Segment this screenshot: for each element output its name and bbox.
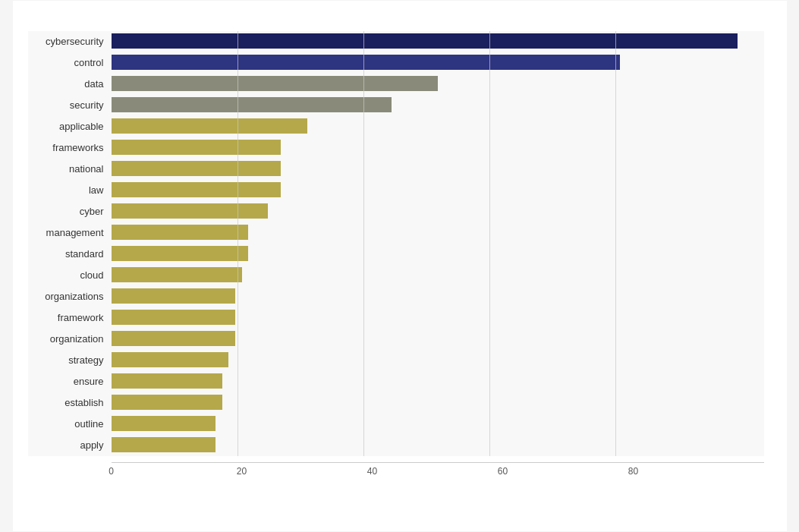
bar-track: [112, 244, 764, 263]
bar-row: frameworks: [28, 137, 764, 157]
bar-track: [112, 52, 764, 72]
bar-track: [112, 435, 764, 455]
bar-fill: [112, 267, 242, 282]
bar-track: [112, 31, 764, 51]
bar-row: security: [28, 95, 764, 115]
bar-label: establish: [28, 397, 112, 408]
bar-fill: [112, 225, 249, 240]
bar-row: data: [28, 74, 764, 93]
bar-fill: [112, 352, 229, 367]
bar-label: strategy: [28, 354, 112, 366]
bar-row: framework: [28, 307, 764, 327]
bar-fill: [112, 97, 392, 112]
bar-fill: [112, 161, 282, 176]
x-tick: 20: [237, 466, 247, 477]
bar-label: outline: [28, 418, 112, 430]
bar-label: organization: [28, 333, 112, 345]
x-axis: 020406080: [112, 462, 764, 481]
x-tick: 40: [367, 466, 377, 477]
bar-row: strategy: [28, 350, 764, 370]
bar-label: standard: [28, 248, 112, 260]
bar-track: [112, 265, 764, 285]
bar-label: applicable: [28, 121, 112, 132]
bar-label: frameworks: [28, 142, 112, 153]
bar-row: law: [28, 180, 764, 200]
bar-fill: [112, 76, 438, 91]
bar-fill: [112, 288, 235, 304]
bar-fill: [112, 182, 282, 197]
x-tick: 60: [498, 466, 508, 477]
bar-label: cloud: [28, 269, 112, 281]
bar-fill: [112, 416, 216, 431]
bar-label: security: [28, 99, 112, 111]
bar-label: data: [28, 78, 112, 90]
bar-label: law: [28, 184, 112, 196]
bar-row: management: [28, 222, 764, 242]
bar-track: [112, 392, 764, 412]
bar-label: organizations: [28, 291, 112, 302]
bar-fill: [112, 55, 621, 70]
bar-row: cloud: [28, 265, 764, 285]
x-tick: 0: [109, 466, 114, 477]
bar-label: cyber: [28, 206, 112, 217]
bar-row: national: [28, 159, 764, 178]
bar-track: [112, 307, 764, 327]
bar-track: [112, 371, 764, 391]
bar-fill: [112, 437, 216, 452]
bar-label: management: [28, 227, 112, 238]
bar-row: outline: [28, 414, 764, 433]
bar-row: ensure: [28, 371, 764, 391]
bar-fill: [112, 203, 268, 219]
bar-track: [112, 116, 764, 136]
bar-track: [112, 286, 764, 306]
bar-label: framework: [28, 312, 112, 323]
bar-row: standard: [28, 244, 764, 263]
bar-fill: [112, 118, 307, 134]
bar-track: [112, 414, 764, 433]
bar-label: national: [28, 163, 112, 175]
bar-row: cyber: [28, 201, 764, 221]
bar-chart: cybersecuritycontroldatasecurityapplicab…: [28, 31, 764, 456]
bar-row: control: [28, 52, 764, 72]
x-tick: 80: [628, 466, 638, 477]
bar-fill: [112, 310, 235, 325]
bar-track: [112, 74, 764, 93]
bar-track: [112, 329, 764, 348]
bar-fill: [112, 140, 282, 155]
bar-label: apply: [28, 439, 112, 451]
bar-fill: [112, 331, 235, 346]
bar-fill: [112, 246, 249, 261]
bar-row: cybersecurity: [28, 31, 764, 51]
bar-track: [112, 222, 764, 242]
chart-container: cybersecuritycontroldatasecurityapplicab…: [13, 1, 787, 531]
bar-row: organization: [28, 329, 764, 348]
bar-row: establish: [28, 392, 764, 412]
bar-track: [112, 180, 764, 200]
bar-track: [112, 159, 764, 178]
bar-row: applicable: [28, 116, 764, 136]
bar-label: cybersecurity: [28, 36, 112, 47]
bar-label: control: [28, 57, 112, 68]
bar-track: [112, 201, 764, 221]
bar-row: organizations: [28, 286, 764, 306]
bar-row: apply: [28, 435, 764, 455]
bar-label: ensure: [28, 376, 112, 387]
bar-track: [112, 95, 764, 115]
bar-track: [112, 350, 764, 370]
bar-track: [112, 137, 764, 157]
bar-fill: [112, 33, 738, 49]
bar-fill: [112, 395, 222, 410]
bar-fill: [112, 373, 222, 389]
